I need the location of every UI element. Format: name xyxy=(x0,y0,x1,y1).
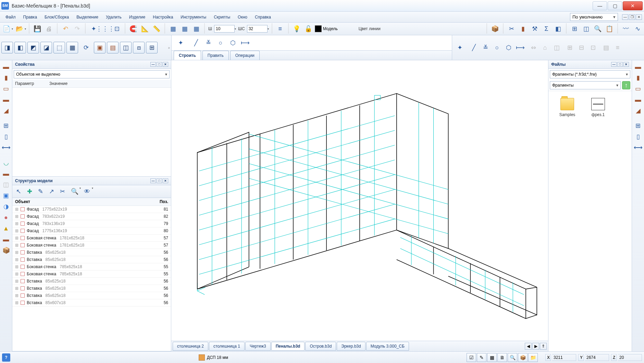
print-icon[interactable]: 🖨 xyxy=(44,24,54,34)
stat-doc-icon[interactable]: 🗎 xyxy=(497,353,507,362)
new-file-icon[interactable]: 📄 xyxy=(1,24,12,34)
vdim-icon[interactable]: ⟷ xyxy=(1,142,11,153)
close-button[interactable]: ✕ xyxy=(623,1,643,10)
doc-tab[interactable]: столешница 1 xyxy=(209,342,245,351)
mdi-minimize-icon[interactable]: — xyxy=(622,14,628,20)
anvil-icon[interactable]: ⚒ xyxy=(530,24,540,34)
3d-viewport[interactable] xyxy=(171,60,548,341)
array2-icon[interactable]: ⊟ xyxy=(576,42,586,53)
doc-tab[interactable]: Пеналы.b3d xyxy=(271,342,305,351)
view-front-icon[interactable]: ◧ xyxy=(14,42,26,53)
structure-row[interactable]: ⊞Фасад783x622x1982 xyxy=(12,213,171,220)
array1-icon[interactable]: ⊞ xyxy=(565,42,575,53)
view-top-icon[interactable]: ◩ xyxy=(27,42,39,53)
wire3-icon[interactable]: ⊞ xyxy=(146,42,158,53)
menu-scripts[interactable]: Скрипты xyxy=(210,13,234,21)
stat-sel-icon[interactable]: ☑ xyxy=(467,353,476,362)
solid1-icon[interactable]: ▣ xyxy=(94,42,106,53)
curve2-icon[interactable]: ∿ xyxy=(632,24,643,34)
structure-row[interactable]: ⊞Фасад1775x136x1980 xyxy=(12,227,171,235)
structure-row[interactable]: ⊞Вставка85x625x1856 xyxy=(12,249,171,256)
ext-icon[interactable]: ◫ xyxy=(552,42,562,53)
ws-input[interactable] xyxy=(247,25,268,33)
rotate-icon[interactable]: ⟳ xyxy=(81,42,91,53)
wire2-icon[interactable]: ⧈ xyxy=(133,42,145,53)
tab-build[interactable]: Строить xyxy=(174,51,201,60)
stat-folder-icon[interactable]: 📁 xyxy=(528,353,538,362)
tab-ops[interactable]: Операции xyxy=(230,51,260,60)
stat-box-icon[interactable]: 📦 xyxy=(518,353,528,362)
cut-icon[interactable]: ✂ xyxy=(506,24,517,34)
selection-dropdown[interactable]: Объектов не выделено xyxy=(14,70,170,78)
struct-find-icon[interactable]: 🔍 xyxy=(70,187,79,196)
r-panel3-icon[interactable]: ▭ xyxy=(633,84,643,94)
color-swatch[interactable] xyxy=(315,25,322,32)
structure-row[interactable]: ⊞Боковая стенка785x625x1855 xyxy=(12,271,171,278)
view-persp-icon[interactable]: ⬚ xyxy=(53,42,65,53)
vpanel-icon[interactable]: ▬ xyxy=(1,62,11,72)
array3-icon[interactable]: ⊡ xyxy=(588,42,598,53)
structure-row[interactable]: ⊞Вставка85x625x1856 xyxy=(12,256,171,263)
dim2-icon[interactable]: ⟼ xyxy=(515,42,525,53)
zoom-icon[interactable]: 🔍 xyxy=(593,24,603,34)
line2-icon[interactable]: ╱ xyxy=(469,42,479,53)
menu-file[interactable]: Файл xyxy=(2,13,19,21)
mdi-restore-icon[interactable]: ❐ xyxy=(629,14,635,20)
grid-icon[interactable]: ⋮⋮⋮ xyxy=(100,24,110,34)
structure-row[interactable]: ⊞Боковая стенка785x625x1855 xyxy=(12,263,171,271)
menu-window[interactable]: Окно xyxy=(234,13,251,21)
structure-row[interactable]: ⊞Вставка85x607x1856 xyxy=(12,299,171,306)
vcube-icon[interactable]: ◫ xyxy=(1,179,11,190)
mirror-icon[interactable]: ⇔ xyxy=(528,42,538,53)
hex2-icon[interactable]: ⬡ xyxy=(504,42,514,53)
minimize-button[interactable]: — xyxy=(593,1,607,10)
door-icon[interactable]: ▮ xyxy=(518,24,528,34)
wire1-icon[interactable]: ◫ xyxy=(120,42,132,53)
vpanel6-icon[interactable]: ▬ xyxy=(1,168,11,179)
menu-settings[interactable]: Настройка xyxy=(149,13,176,21)
display-style-dropdown[interactable]: Модель xyxy=(323,26,354,31)
vsphere-icon[interactable]: ● xyxy=(1,212,11,223)
vruler-icon[interactable]: ▯ xyxy=(1,132,11,142)
structure-row[interactable]: ⊞Боковая стенка1781x625x1857 xyxy=(12,235,171,242)
panel-close-icon[interactable]: ✕ xyxy=(163,62,168,67)
r-grid-icon[interactable]: ⊞ xyxy=(633,121,643,131)
struct-edit-icon[interactable]: ✎ xyxy=(36,187,45,196)
r-panel5-icon[interactable]: ◢ xyxy=(633,105,643,116)
vpanel2-icon[interactable]: ▮ xyxy=(1,73,11,83)
menu-edit[interactable]: Правка xyxy=(20,13,41,21)
magnet-icon[interactable]: 🧲 xyxy=(128,24,138,34)
stat-find-icon[interactable]: 🔍 xyxy=(508,353,517,362)
circle2-icon[interactable]: ○ xyxy=(492,42,502,53)
list-icon[interactable]: ▤ xyxy=(601,42,611,53)
r-panel-icon[interactable]: ▬ xyxy=(633,62,643,72)
menu-product[interactable]: Изделие xyxy=(126,13,149,21)
axes3d2-icon[interactable]: ✦ xyxy=(454,41,466,54)
layout-dropdown[interactable]: По умолчанию xyxy=(570,13,618,21)
doc-tab[interactable]: Эркер.b3d xyxy=(337,342,365,351)
r-panel4-icon[interactable]: ▬ xyxy=(633,95,643,105)
panel-max-icon[interactable]: □ xyxy=(157,62,162,67)
menu-delete[interactable]: Удалить xyxy=(102,13,125,21)
overflow-icon[interactable]: » xyxy=(168,46,170,50)
menu-selection[interactable]: Выделение xyxy=(73,13,102,21)
struct-eye-icon[interactable]: 👁 xyxy=(82,187,92,196)
list3-icon[interactable]: ▦ xyxy=(191,24,201,34)
layers-icon[interactable]: ≡ xyxy=(275,24,285,34)
file-item[interactable]: Samples xyxy=(555,98,579,117)
box-icon[interactable]: 📦 xyxy=(490,24,500,34)
vreflect-icon[interactable]: ◑ xyxy=(1,201,11,212)
up-folder-icon[interactable]: ↑ xyxy=(622,81,630,89)
structure-list[interactable]: ⊞Фасад1775x622x1981⊞Фасад783x622x1982⊞Фа… xyxy=(12,206,171,351)
zoom-window-icon[interactable]: ◫ xyxy=(581,24,591,34)
varc-icon[interactable]: ◡ xyxy=(1,158,11,168)
stat-pen-icon[interactable]: ✎ xyxy=(477,353,486,362)
structure-row[interactable]: ⊞Вставка85x625x1856 xyxy=(12,292,171,299)
undo-icon[interactable]: ↶ xyxy=(60,24,71,34)
structure-row[interactable]: ⊞Фасад783x136x1979 xyxy=(12,220,171,227)
house-icon[interactable]: ⌂ xyxy=(540,42,550,53)
snap-icon[interactable]: ⊡ xyxy=(112,24,122,34)
tab-prev-icon[interactable]: ◀ xyxy=(525,343,532,350)
doc-tab[interactable]: Чертеж3 xyxy=(245,342,271,351)
hexagon-icon[interactable]: ⬡ xyxy=(228,38,238,48)
